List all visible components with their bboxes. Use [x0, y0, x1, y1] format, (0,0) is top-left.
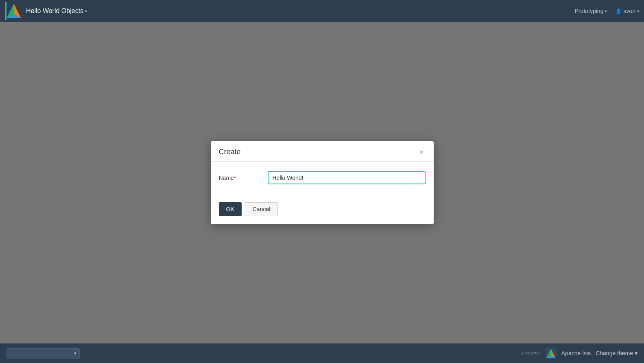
brand-caret: ▾ [85, 9, 87, 13]
create-modal: Create × Name* OK Cancel [211, 141, 434, 224]
brand-menu[interactable]: Hello World Objects ▾ [26, 7, 87, 15]
name-label: Name* [219, 175, 268, 181]
change-theme-button[interactable]: Change theme ▾ [596, 350, 637, 356]
change-theme-label: Change theme [596, 350, 633, 356]
main-content: Create × Name* OK Cancel [0, 22, 644, 343]
modal-body: Name* [211, 162, 434, 199]
change-theme-caret: ▾ [635, 350, 637, 356]
name-required: * [234, 175, 236, 181]
app-logo[interactable] [5, 2, 23, 20]
user-label: sven [623, 8, 635, 14]
footer-left [7, 348, 80, 359]
brand-label: Hello World Objects [26, 7, 83, 15]
cancel-button[interactable]: Cancel [245, 202, 278, 216]
prototyping-label: Prototyping [575, 8, 604, 14]
ok-button[interactable]: OK [219, 202, 242, 216]
modal-footer: OK Cancel [211, 199, 434, 224]
credits-label: Credits: [522, 350, 540, 356]
modal-close-button[interactable]: × [418, 149, 426, 156]
user-menu[interactable]: 👤 sven ▾ [615, 8, 639, 14]
modal-overlay: Create × Name* OK Cancel [0, 22, 644, 343]
modal-header: Create × [211, 141, 434, 162]
footer-select[interactable] [7, 348, 80, 359]
user-caret: ▾ [637, 9, 639, 13]
prototyping-menu[interactable]: Prototyping ▾ [575, 8, 607, 14]
user-icon: 👤 [615, 8, 622, 14]
name-input[interactable] [268, 171, 426, 184]
prototyping-caret: ▾ [605, 9, 607, 13]
footer-right: Credits: Apache Isis Change theme ▾ [522, 348, 637, 359]
footer-select-wrapper [7, 348, 80, 359]
footer: Credits: Apache Isis Change theme ▾ [0, 343, 644, 363]
svg-rect-4 [5, 2, 7, 20]
navbar: Hello World Objects ▾ Prototyping ▾ 👤 sv… [0, 0, 644, 22]
navbar-right: Prototyping ▾ 👤 sven ▾ [575, 8, 639, 14]
apache-isis-label: Apache Isis [561, 350, 591, 356]
apache-isis-logo-icon [545, 348, 557, 359]
name-form-row: Name* [219, 171, 426, 184]
modal-title: Create [219, 148, 241, 156]
